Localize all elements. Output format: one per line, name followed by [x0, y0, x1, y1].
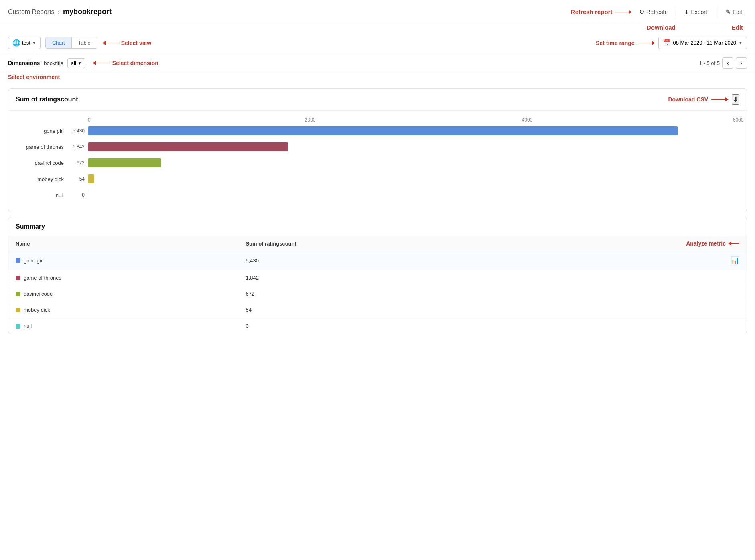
header-annotations-row: Download Edit: [0, 24, 755, 32]
refresh-button[interactable]: Refresh: [634, 6, 671, 18]
breadcrumb-separator: ›: [58, 8, 60, 16]
bar-label-0: gone girl: [16, 128, 68, 134]
date-dropdown-arrow: ▼: [739, 41, 743, 45]
time-range-section: Set time range 📅 08 Mar 2020 - 13 Mar 20…: [596, 37, 747, 49]
prev-page-button[interactable]: ‹: [722, 57, 733, 69]
env-annotation-row: Select environment: [0, 73, 755, 83]
set-time-range-annotation: Set time range: [596, 40, 634, 46]
download-csv-button[interactable]: ⬇: [732, 94, 739, 105]
table-cell-name-0: gone girl: [8, 251, 238, 270]
chart-title: Sum of ratingscount: [16, 96, 668, 103]
edit-button[interactable]: Edit: [720, 6, 747, 18]
color-swatch-3: [16, 308, 20, 312]
breadcrumb-parent[interactable]: Custom Reports: [8, 8, 55, 16]
analyze-metric-label: Analyze metric: [686, 240, 726, 247]
axis-label-0: 0: [88, 117, 91, 123]
next-page-button[interactable]: ›: [736, 57, 747, 69]
refresh-report-annotation: Refresh report: [571, 8, 612, 15]
summary-table-body: gone girl 5,430 📊 game of thrones: [8, 251, 747, 334]
bar-value-3: 54: [68, 176, 88, 182]
header: Custom Reports › mybookreport Refresh re…: [0, 0, 755, 24]
env-label: test: [22, 40, 30, 46]
table-cell-name-1: game of thrones: [8, 270, 238, 286]
chart-area: 0 2000 4000 6000 gone girl 5,430 game of…: [8, 111, 747, 212]
analyze-arrow: [728, 241, 739, 246]
breadcrumb: Custom Reports › mybookreport: [8, 8, 571, 16]
table-header-row: Name Sum of ratingscount Analyze metric: [8, 236, 747, 251]
bar-value-4: 0: [68, 192, 88, 198]
table-view-button[interactable]: Table: [72, 37, 97, 48]
edit-label: Edit: [733, 9, 742, 15]
table-cell-analyze-3: [487, 302, 747, 318]
table-row: game of thrones 1,842: [8, 270, 747, 286]
summary-table: Name Sum of ratingscount Analyze metric: [8, 236, 747, 334]
calendar-icon: 📅: [663, 39, 671, 47]
table-cell-value-3: 54: [238, 302, 487, 318]
bar-fill-1: [88, 142, 288, 151]
dimension-filter[interactable]: all ▼: [67, 58, 85, 68]
select-dim-arrow: [93, 61, 110, 65]
bar-label-1: game of thrones: [16, 144, 68, 150]
select-view-arrow: [102, 41, 120, 45]
bar-row-null: null 0: [16, 189, 739, 201]
table-cell-value-1: 1,842: [238, 270, 487, 286]
bar-chart: gone girl 5,430 game of thrones 1,842: [16, 125, 739, 201]
chart-card: Sum of ratingscount Download CSV ⬇ 0 200…: [8, 88, 747, 212]
table-cell-analyze-1: [487, 270, 747, 286]
dimensions-label: Dimensions: [8, 60, 40, 66]
edit-icon: [725, 8, 731, 16]
bar-row-mobey-dick: mobey dick 54: [16, 173, 739, 185]
separator-2: [716, 7, 716, 17]
bar-value-2: 672: [68, 160, 88, 166]
table-cell-analyze-2: [487, 286, 747, 302]
table-cell-analyze-0: 📊: [487, 251, 747, 270]
chart-view-button[interactable]: Chart: [46, 37, 72, 48]
dimension-name: booktitle: [44, 60, 63, 66]
color-swatch-2: [16, 292, 20, 296]
summary-title: Summary: [16, 223, 45, 230]
globe-icon: 🌐: [12, 39, 20, 47]
download-csv-arrow: [711, 97, 729, 101]
axis-label-6000: 6000: [733, 117, 744, 123]
page-wrapper: Custom Reports › mybookreport Refresh re…: [0, 0, 755, 560]
toolbar: 🌐 test ▼ Chart Table Select view Set tim…: [0, 32, 755, 53]
select-dimension-label: Select dimension: [112, 60, 158, 66]
bar-label-3: mobey dick: [16, 176, 68, 182]
breadcrumb-current: mybookreport: [63, 8, 112, 16]
env-selector[interactable]: 🌐 test ▼: [8, 37, 41, 49]
view-toggle: Chart Table: [45, 37, 97, 49]
table-row: null 0: [8, 318, 747, 334]
table-row: gone girl 5,430 📊: [8, 251, 747, 270]
bar-value-1: 1,842: [68, 144, 88, 150]
header-actions: Refresh report Refresh Export Edit: [571, 6, 747, 18]
bar-fill-3: [88, 174, 94, 183]
export-icon: [684, 9, 689, 15]
col-metric-header: Sum of ratingscount: [238, 236, 487, 251]
download-csv-section: Download CSV ⬇: [668, 94, 739, 105]
bar-track-1: [88, 142, 739, 151]
select-view-label: Select view: [121, 40, 152, 46]
chart-axis-row: 0 2000 4000 6000: [88, 117, 739, 124]
col-name-header: Name: [8, 236, 238, 251]
analyze-metric-annotation-area: Analyze metric: [495, 240, 739, 247]
analyze-button-0[interactable]: 📊: [731, 256, 739, 265]
separator-1: [675, 7, 675, 17]
table-cell-value-4: 0: [238, 318, 487, 334]
table-cell-analyze-4: [487, 318, 747, 334]
date-picker-button[interactable]: 📅 08 Mar 2020 - 13 Mar 2020 ▼: [658, 37, 747, 49]
select-env-annotation: Select environment: [8, 74, 60, 80]
export-button[interactable]: Export: [679, 6, 712, 18]
row-name-0: gone girl: [24, 258, 44, 264]
bar-row-game-of-thrones: game of thrones 1,842: [16, 141, 739, 152]
dimension-filter-value: all: [71, 60, 76, 66]
table-cell-value-2: 672: [238, 286, 487, 302]
refresh-icon: [639, 8, 644, 16]
refresh-label: Refresh: [646, 9, 666, 15]
download-annotation: Download: [647, 24, 676, 31]
refresh-report-arrow: [615, 10, 632, 14]
table-cell-name-4: null: [8, 318, 238, 334]
table-row: davinci code 672: [8, 286, 747, 302]
pagination-area: 1 - 5 of 5 ‹ ›: [699, 57, 747, 69]
row-name-3: mobey dick: [24, 307, 50, 313]
bar-fill-2: [88, 158, 161, 167]
